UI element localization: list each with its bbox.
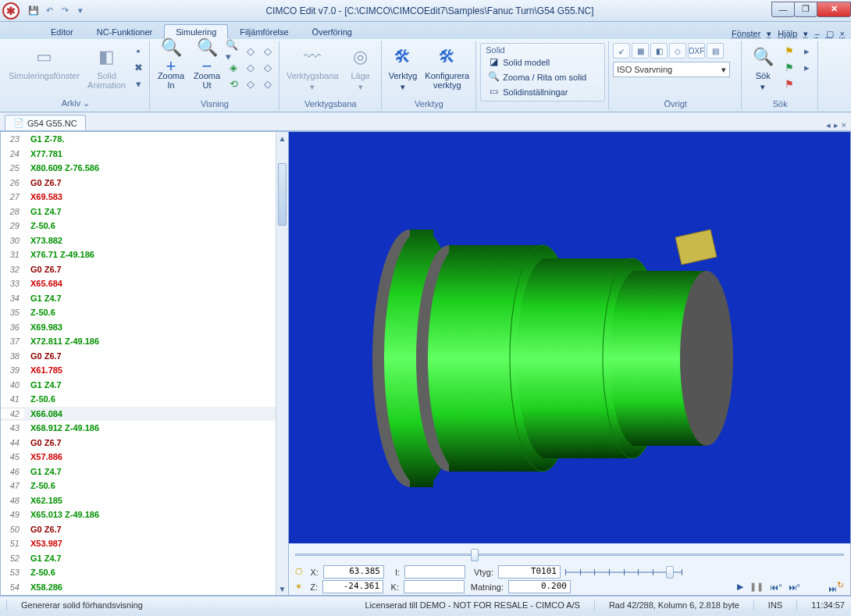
app-logo[interactable]: ✱ (0, 0, 22, 22)
redo-icon[interactable]: ↷ (58, 4, 72, 18)
minimize-button[interactable]: — (771, 2, 795, 17)
mdi-restore-icon[interactable]: ▢ (826, 29, 834, 39)
fenster-menu[interactable]: Fönster (732, 29, 760, 39)
code-line[interactable]: 35Z-50.6 (1, 305, 276, 320)
ovrigt-btn-2[interactable]: ▦ (632, 43, 649, 59)
code-line[interactable]: 48X62.185 (1, 493, 276, 508)
ovrigt-btn-3[interactable]: ◧ (650, 43, 668, 59)
chevron-down-icon[interactable]: ▾ (767, 29, 771, 39)
code-line[interactable]: 49X65.013 Z-49.186 (1, 507, 276, 522)
step-fwd-button[interactable]: ⏭° (789, 582, 800, 592)
code-line[interactable]: 30X73.882 (1, 233, 276, 248)
simulation-canvas[interactable] (289, 132, 850, 543)
code-line[interactable]: 43X68.912 Z-49.186 (1, 421, 276, 436)
ovrigt-btn-6[interactable]: ▤ (707, 43, 724, 59)
zooma-rita-om-button[interactable]: 🔍Zooma / Rita om solid (484, 70, 601, 84)
tab-overforing[interactable]: Överföring (301, 24, 364, 39)
code-line[interactable]: 42X66.084 (1, 407, 276, 422)
tab-close-icon[interactable]: × (842, 120, 846, 130)
ovrigt-btn-dxf[interactable]: DXF (688, 43, 705, 59)
close-button[interactable]: ✕ (817, 2, 851, 17)
ovrigt-btn-4[interactable]: ◇ (669, 43, 686, 59)
undo-icon[interactable]: ↶ (42, 4, 56, 18)
play-button[interactable]: ▶ (737, 582, 743, 592)
code-editor[interactable]: 23G1 Z-78.24X77.78125X80.609 Z-76.58626G… (0, 131, 289, 596)
sok-mini-1[interactable]: ⚑ (782, 43, 797, 59)
code-line[interactable]: 46G1 Z4.7 (1, 465, 276, 479)
arkiv-mini-3[interactable]: ▾ (130, 76, 146, 91)
scroll-thumb[interactable] (278, 163, 287, 226)
solid-animation-button[interactable]: ◧ Solid Animation (84, 43, 129, 91)
sok-mini-2[interactable]: ⚑ (782, 59, 797, 75)
document-tab[interactable]: 📄G54 G55.NC (5, 115, 86, 130)
tab-editor[interactable]: Editor (39, 24, 85, 39)
sok-mini-4[interactable]: ▸ (799, 43, 814, 59)
lage-button[interactable]: ◎Läge▾ (344, 43, 378, 93)
code-line[interactable]: 45X57.886 (1, 450, 276, 465)
pause-button[interactable]: ❚❚ (750, 582, 764, 592)
view-front-icon[interactable]: ◇ (243, 59, 258, 75)
solidinstallningar-button[interactable]: ▭Solidinställningar (484, 85, 601, 99)
scroll-down-icon[interactable]: ▼ (276, 582, 288, 595)
view-iso3-icon[interactable]: ◇ (260, 76, 276, 91)
verktygsbana-button[interactable]: 〰Verktygsbana▾ (283, 43, 342, 93)
hjalp-menu[interactable]: Hjälp (778, 29, 797, 39)
code-line[interactable]: 38G0 Z6.7 (1, 349, 276, 364)
view-side-icon[interactable]: ◇ (243, 76, 258, 91)
konfigurera-verktyg-button[interactable]: 🛠Konfigurera verktyg (422, 43, 472, 91)
tab-prev-icon[interactable]: ◂ (826, 120, 831, 130)
view-rotate-icon[interactable]: ⟲ (226, 76, 241, 91)
sok-mini-3[interactable]: ⚑ (782, 76, 797, 91)
code-line[interactable]: 28G1 Z4.7 (1, 205, 276, 219)
scroll-up-icon[interactable]: ▲ (276, 132, 288, 144)
sok-mini-5[interactable]: ▸ (799, 59, 814, 75)
code-line[interactable]: 24X77.781 (1, 147, 276, 162)
tab-filjamforelse[interactable]: Filjämförelse (228, 24, 300, 39)
code-line[interactable]: 29Z-50.6 (1, 219, 276, 233)
code-line[interactable]: 47Z-50.6 (1, 479, 276, 493)
code-line[interactable]: 44G0 Z6.7 (1, 436, 276, 450)
code-line[interactable]: 53Z-50.6 (1, 565, 276, 580)
maximize-button[interactable]: ❐ (794, 2, 817, 17)
code-line[interactable]: 40G1 Z4.7 (1, 378, 276, 393)
code-line[interactable]: 33X65.684 (1, 276, 276, 291)
zoom-in-button[interactable]: 🔍+Zooma In (154, 43, 188, 91)
simuleringsfonster-button[interactable]: ▭ Simuleringsfönster (5, 43, 83, 82)
arkiv-mini-1[interactable]: ▪ (130, 43, 146, 59)
save-icon[interactable]: 💾 (27, 4, 41, 18)
mdi-minimize-icon[interactable]: – (814, 29, 819, 39)
code-line[interactable]: 54X58.286 (1, 580, 276, 595)
solid-modell-button[interactable]: ◪Solid modell (484, 55, 601, 69)
arkiv-mini-2[interactable]: ✖ (130, 59, 146, 75)
iso-svarvning-combo[interactable]: ISO Svarvning▾ (613, 62, 730, 77)
qat-more-icon[interactable]: ▾ (73, 4, 87, 18)
code-line[interactable]: 27X69.583 (1, 190, 276, 205)
code-line[interactable]: 39X61.785 (1, 363, 276, 378)
code-line[interactable]: 34G1 Z4.7 (1, 291, 276, 306)
tab-next-icon[interactable]: ▸ (834, 120, 839, 130)
view-cube-icon[interactable]: ◈ (226, 59, 241, 75)
feed-slider[interactable] (565, 566, 682, 579)
progress-slider[interactable] (295, 548, 844, 561)
code-line[interactable]: 32G0 Z6.7 (1, 262, 276, 277)
verktyg-button[interactable]: 🛠Verktyg▾ (386, 43, 421, 93)
zoom-fit-icon[interactable]: 🔍▾ (226, 43, 241, 59)
chevron-down-icon[interactable]: ▾ (803, 29, 808, 39)
code-line[interactable]: 36X69.983 (1, 320, 276, 335)
code-line[interactable]: 31X76.71 Z-49.186 (1, 247, 276, 262)
skip-end-button[interactable]: ⏭↻ (828, 580, 844, 593)
ovrigt-btn-1[interactable]: ↙ (613, 43, 630, 59)
view-top-icon[interactable]: ◇ (243, 43, 258, 59)
code-line[interactable]: 25X80.609 Z-76.586 (1, 161, 276, 176)
code-line[interactable]: 52G1 Z4.7 (1, 551, 276, 566)
code-line[interactable]: 26G0 Z6.7 (1, 176, 276, 190)
tab-nc-funktioner[interactable]: NC-Funktioner (85, 24, 165, 39)
vertical-scrollbar[interactable]: ▲ ▼ (276, 132, 288, 595)
view-iso1-icon[interactable]: ◇ (260, 43, 276, 59)
code-line[interactable]: 51X53.987 (1, 536, 276, 551)
zoom-out-button[interactable]: 🔍−Zooma Ut (190, 43, 224, 91)
code-line[interactable]: 50G0 Z6.7 (1, 522, 276, 537)
view-iso2-icon[interactable]: ◇ (260, 59, 276, 75)
sok-button[interactable]: 🔍Sök▾ (746, 43, 780, 93)
code-line[interactable]: 23G1 Z-78. (1, 132, 276, 147)
